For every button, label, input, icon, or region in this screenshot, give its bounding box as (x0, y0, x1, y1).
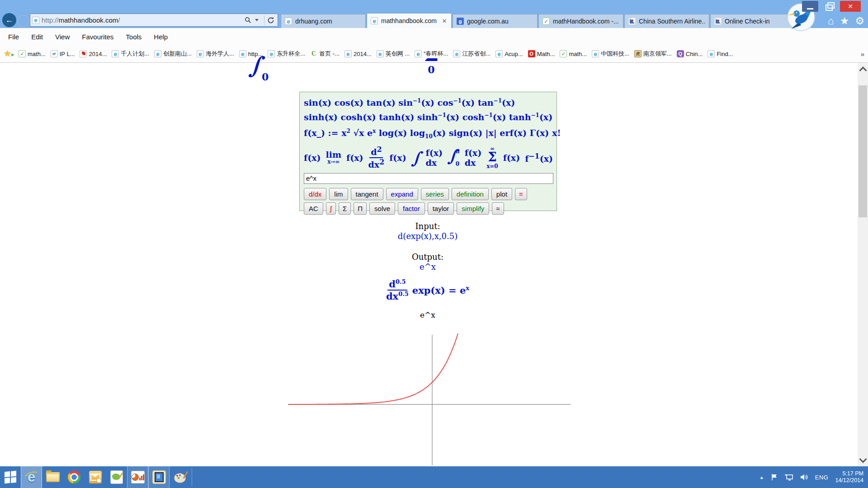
ac-button[interactable]: AC (304, 202, 323, 215)
calculus-operators-line[interactable]: f(x) limx→∞ f(x) d2dx2 f(x) ∫ f(x) dx ∫π… (304, 144, 552, 172)
favorite-item[interactable]: math... (560, 50, 587, 57)
favorite-item[interactable]: 江苏省创... (453, 50, 491, 58)
plain-result: e^x (259, 310, 596, 319)
favorite-item[interactable]: IP L... (51, 50, 75, 57)
favorite-icon (377, 50, 384, 57)
menu-favourites[interactable]: Favourites (82, 33, 113, 41)
url-text[interactable]: http://mathhandbook.com/ (42, 16, 243, 24)
taskbar-clock[interactable]: 5:17 PM 14/12/2014 (835, 470, 863, 484)
sum-button[interactable]: Σ (339, 202, 351, 215)
scroll-up-arrow[interactable] (858, 63, 868, 75)
favorite-item[interactable]: 南京领军... (634, 50, 672, 58)
simplify-button[interactable]: simplify (457, 202, 489, 215)
menu-file[interactable]: File (8, 33, 19, 41)
tab-mathhandbook-2[interactable]: mathHandbook.com -... (538, 14, 623, 28)
favorite-icon (495, 50, 503, 57)
expression-input[interactable] (304, 173, 553, 184)
lim-button[interactable]: lim (329, 188, 348, 200)
file-explorer-icon (46, 472, 60, 482)
favorites-star-icon[interactable]: ★ (840, 15, 849, 27)
taskbar-outlook[interactable] (85, 466, 106, 488)
taskbar-chrome[interactable] (63, 466, 85, 488)
trig-functions-line[interactable]: sin(x) cos(x) tan(x) sin−1(x) cos−1(x) t… (304, 94, 552, 109)
favorite-item[interactable]: Acup... (495, 50, 523, 57)
add-favorite-icon[interactable]: ★➤ (4, 50, 14, 58)
favorite-item[interactable]: math... (19, 50, 46, 57)
tab-close-icon[interactable]: ✕ (441, 18, 448, 24)
favorite-icon (344, 50, 352, 57)
tab-favicon (371, 17, 378, 24)
language-indicator[interactable]: ENG (815, 474, 829, 481)
forward-button[interactable]: → (17, 15, 29, 27)
approx-button[interactable]: ≈ (492, 202, 504, 215)
favorite-item[interactable]: 英创网 ... (377, 50, 410, 58)
menu-edit[interactable]: Edit (31, 33, 43, 41)
search-icon[interactable] (243, 14, 253, 26)
plot-button[interactable]: plot (491, 188, 512, 200)
tab-google[interactable]: google.com.au (453, 14, 538, 28)
menu-help[interactable]: Help (154, 33, 168, 41)
internet-explorer-icon: e (24, 470, 39, 484)
taskbar-internet-explorer[interactable]: e (21, 466, 42, 488)
vertical-scrollbar[interactable] (858, 63, 868, 466)
minimize-button[interactable] (802, 1, 818, 12)
tab-favicon (285, 18, 292, 25)
address-bar[interactable]: http://mathhandbook.com/ (30, 14, 278, 27)
taskbar-powerpoint[interactable] (127, 466, 148, 488)
tab-drhuang[interactable]: drhuang.com (281, 14, 366, 28)
favorite-item[interactable]: Find... (708, 50, 733, 57)
favorite-item[interactable]: Chin... (677, 50, 703, 57)
tab-china-southern[interactable]: China Southern Airline... (624, 14, 709, 28)
taskbar-file-explorer[interactable] (42, 466, 63, 488)
misc-functions-line[interactable]: f(x_) := x2 √x ex log(x) log10(x) sign(x… (304, 124, 552, 144)
tab-favicon (542, 18, 550, 25)
integrate-button[interactable]: ∫ (326, 202, 336, 215)
favorite-icon (19, 50, 26, 57)
menu-view[interactable]: View (55, 33, 70, 41)
settings-gear-icon[interactable]: ⚙ (855, 15, 864, 27)
tab-favicon (714, 18, 722, 25)
tangent-button[interactable]: tangent (351, 188, 383, 200)
taskbar-notepad-plus-plus[interactable] (106, 466, 127, 488)
solve-button[interactable]: solve (369, 202, 395, 215)
product-button[interactable]: Π (354, 202, 367, 215)
favorite-item[interactable]: “春晖杯... (415, 50, 448, 58)
back-button[interactable]: ← (2, 13, 16, 27)
start-button[interactable] (0, 466, 21, 488)
favorite-item[interactable]: 2014... (80, 50, 107, 57)
favorite-item[interactable]: 海外学人... (197, 50, 234, 58)
favorites-overflow-chevron[interactable]: » (861, 50, 864, 58)
tab-mathhandbook[interactable]: mathhandbook.com ✕ (367, 13, 452, 28)
favorite-item[interactable]: 东升杯全... (268, 50, 305, 58)
hyperbolic-functions-line[interactable]: sinh(x) cosh(x) tanh(x) sinh−1(x) cosh−1… (304, 109, 552, 123)
network-icon[interactable] (785, 474, 793, 481)
factor-button[interactable]: factor (398, 202, 425, 215)
close-button[interactable]: ✕ (840, 1, 861, 12)
favorite-item[interactable]: 创新南山... (154, 50, 192, 58)
equals-button[interactable]: = (515, 188, 527, 200)
favorite-item[interactable]: 千人计划... (112, 50, 149, 58)
expand-button[interactable]: expand (386, 188, 418, 200)
favorite-item[interactable]: 2014... (344, 50, 372, 57)
definition-button[interactable]: definition (452, 188, 489, 200)
restore-button[interactable] (822, 1, 836, 12)
favorite-item[interactable]: 中国科技... (592, 50, 629, 58)
home-icon[interactable]: ⌂ (828, 15, 834, 27)
taylor-button[interactable]: taylor (428, 202, 454, 215)
ddx-button[interactable]: d/dx (304, 188, 326, 200)
taskbar-screen-share[interactable] (148, 466, 170, 488)
taskbar-paint[interactable] (170, 466, 191, 488)
favorite-item[interactable]: Math... (528, 50, 555, 57)
scroll-down-arrow[interactable] (858, 455, 868, 466)
action-center-flag-icon[interactable] (771, 474, 778, 481)
refresh-icon[interactable] (266, 14, 276, 26)
search-dropdown-caret[interactable] (253, 14, 263, 26)
volume-icon[interactable] (800, 474, 808, 481)
show-hidden-icons[interactable]: ▲ (760, 475, 764, 480)
tab-online-checkin[interactable]: Online Check-in (710, 14, 795, 28)
paint-icon (174, 471, 187, 483)
favorite-item[interactable]: 首页 -... (310, 50, 340, 58)
scrollbar-thumb[interactable] (859, 85, 867, 217)
menu-tools[interactable]: Tools (126, 33, 142, 41)
series-button[interactable]: series (421, 188, 449, 200)
